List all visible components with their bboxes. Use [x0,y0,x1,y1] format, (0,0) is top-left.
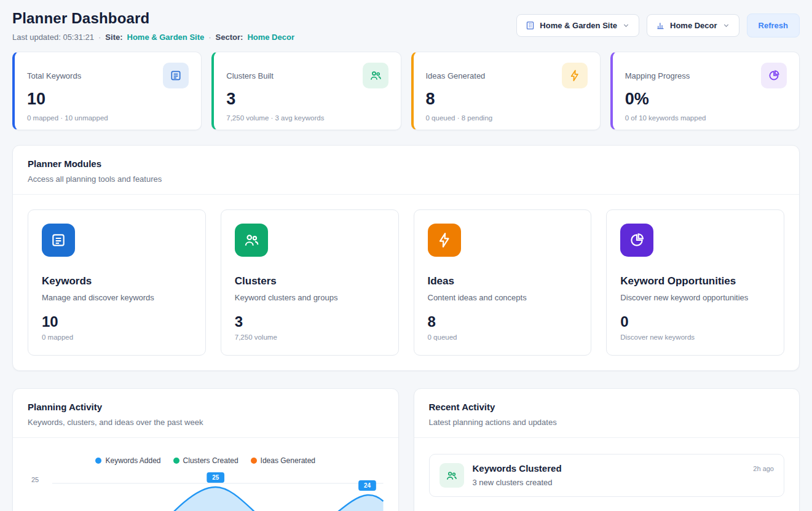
stat-label: Total Keywords [27,71,81,80]
stat-card-total-keywords: Total Keywords 10 0 mapped · 10 unmapped [12,52,202,130]
sector-link[interactable]: Home Decor [247,33,294,42]
modules-grid: Keywords Manage and discover keywords 10… [13,195,799,370]
y-axis-tick: 25 [31,476,39,483]
module-detail: Discover new keywords [620,334,770,341]
activity-item-title: Keywords Clustered [473,463,745,474]
chart-plot-area: 25 25 24 [28,467,384,511]
point-label: 25 [212,474,219,482]
module-card-clusters[interactable]: Clusters Keyword clusters and groups 3 7… [221,209,399,356]
planning-activity-chart: Keywords Added Clusters Created Ideas Ge… [13,438,398,511]
stat-card-mapping-progress: Mapping Progress 0% 0 of 10 keywords map… [610,52,800,130]
module-value: 10 [42,313,192,330]
legend-dot-blue [95,458,101,464]
page-header: Planner Dashboard Last updated: 05:31:21… [12,10,800,42]
stat-label: Ideas Generated [426,71,486,80]
module-title: Keyword Opportunities [620,275,770,287]
module-value: 3 [235,313,385,330]
module-title: Ideas [428,275,578,287]
stat-label: Mapping Progress [625,71,690,80]
activity-item-content: Keywords Clustered 3 new clusters create… [473,463,745,487]
legend-dot-green [173,458,179,464]
separator-dot: · [208,33,211,42]
sector-selector-value: Home Decor [670,21,717,30]
module-detail: 0 mapped [42,334,192,341]
stat-value: 0% [625,90,787,109]
page-title: Planner Dashboard [12,10,294,27]
planning-activity-panel: Planning Activity Keywords, clusters, an… [12,388,399,511]
stat-label: Clusters Built [226,71,274,80]
legend-item-ideas-generated: Ideas Generated [251,456,315,465]
site-selector-value: Home & Garden Site [540,21,617,30]
activity-item-keywords-clustered[interactable]: Keywords Clustered 3 new clusters create… [429,454,785,497]
module-card-keywords[interactable]: Keywords Manage and discover keywords 10… [28,209,206,356]
stat-card-ideas-generated: Ideas Generated 8 0 queued · 8 pending [411,52,601,130]
site-icon [526,21,535,30]
planner-modules-panel: Planner Modules Access all planning tool… [12,145,800,371]
users-icon [440,463,464,488]
legend-dot-orange [251,458,257,464]
stat-value: 8 [426,90,588,109]
document-icon [42,224,75,257]
point-label: 24 [364,482,371,490]
bottom-row: Planning Activity Keywords, clusters, an… [12,388,800,511]
module-description: Content ideas and concepts [428,293,578,302]
module-card-keyword-opportunities[interactable]: Keyword Opportunities Discover new keywo… [606,209,784,356]
stat-card-clusters-built: Clusters Built 3 7,250 volume · 3 avg ke… [211,52,401,130]
recent-activity-subtitle: Latest planning actions and updates [429,418,785,427]
separator-dot: · [98,33,101,42]
chart-legend: Keywords Added Clusters Created Ideas Ge… [28,456,384,465]
recent-activity-panel: Recent Activity Latest planning actions … [414,388,800,511]
stat-detail: 7,250 volume · 3 avg keywords [226,114,388,122]
module-card-ideas[interactable]: Ideas Content ideas and concepts 8 0 que… [414,209,592,356]
modules-subtitle: Access all planning tools and features [28,174,784,184]
stat-detail: 0 of 10 keywords mapped [625,114,787,122]
stat-value: 3 [226,90,388,109]
module-title: Clusters [235,275,385,287]
stat-detail: 0 queued · 8 pending [426,114,588,122]
planning-activity-subtitle: Keywords, clusters, and ideas over the p… [28,418,384,427]
chevron-down-icon [622,21,630,29]
stats-row: Total Keywords 10 0 mapped · 10 unmapped… [12,52,800,130]
pie-chart-icon [620,224,653,257]
last-updated-text: Last updated: 05:31:21 [12,33,94,42]
header-left: Planner Dashboard Last updated: 05:31:21… [12,10,294,42]
chevron-down-icon [722,21,730,29]
bar-chart-icon [656,21,665,30]
legend-label: Clusters Created [183,456,238,465]
header-controls: Home & Garden Site Home Decor Refresh [516,14,800,37]
stat-value: 10 [27,90,189,109]
legend-label: Ideas Generated [261,456,315,465]
modules-title: Planner Modules [28,158,784,169]
module-detail: 7,250 volume [235,334,385,341]
module-title: Keywords [42,275,192,287]
module-detail: 0 queued [428,334,578,341]
document-icon [163,63,189,88]
site-selector-dropdown[interactable]: Home & Garden Site [516,14,639,37]
activity-item-description: 3 new clusters created [473,478,745,487]
bolt-icon [562,63,588,88]
point-label-badge: 24 [358,480,376,491]
users-icon [363,63,388,88]
users-icon [235,224,268,257]
stat-detail: 0 mapped · 10 unmapped [27,114,189,122]
site-link[interactable]: Home & Garden Site [127,33,205,42]
refresh-button[interactable]: Refresh [747,14,800,37]
legend-item-clusters-created: Clusters Created [173,456,238,465]
bolt-icon [428,224,461,257]
legend-item-keywords-added: Keywords Added [95,456,160,465]
site-label: Site: [105,33,122,42]
planner-dashboard-page: Planner Dashboard Last updated: 05:31:21… [0,0,812,511]
area-chart: 25 24 [52,467,384,511]
module-description: Keyword clusters and groups [235,293,385,302]
sector-selector-dropdown[interactable]: Home Decor [647,14,739,37]
activity-item-timestamp: 2h ago [753,465,774,472]
module-description: Manage and discover keywords [42,293,192,302]
recent-activity-title: Recent Activity [429,402,785,412]
point-label-badge: 25 [207,472,224,483]
module-description: Discover new keyword opportunities [620,293,770,302]
legend-label: Keywords Added [105,456,160,465]
pie-chart-icon [761,63,787,88]
planning-activity-title: Planning Activity [28,402,384,412]
page-subtitle: Last updated: 05:31:21 · Site: Home & Ga… [12,33,294,42]
activity-list: Keywords Clustered 3 new clusters create… [414,438,800,511]
